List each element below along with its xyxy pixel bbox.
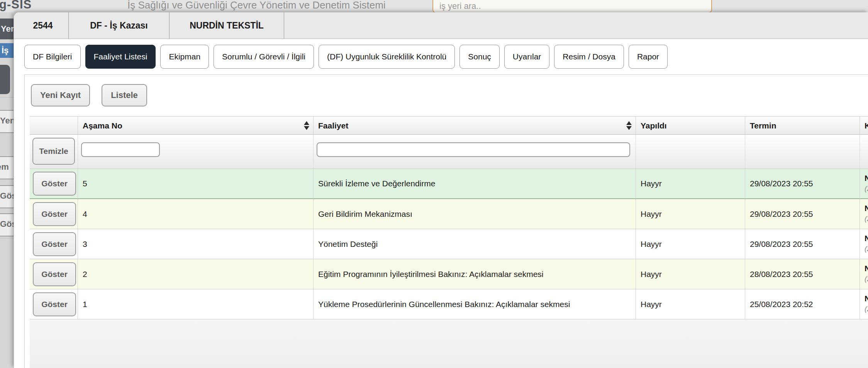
record-header: 2544 DF - İş Kazası NURDİN TEKSTİL <box>14 12 868 39</box>
kaynak-cell: NU (2 <box>860 229 868 259</box>
row-actions-cell: Göster <box>30 199 78 229</box>
sort-icon[interactable] <box>626 121 632 130</box>
tab[interactable]: Sonuç <box>459 45 500 69</box>
yapildi-cell: Hayyr <box>636 199 745 229</box>
filter-yapildi-cell <box>636 135 745 169</box>
main-panel: 2544 DF - İş Kazası NURDİN TEKSTİL DF Bi… <box>14 12 868 368</box>
header-yapildi: Yapıldı <box>636 116 745 135</box>
asama-no-cell: 3 <box>78 229 314 259</box>
app-logo: g-SIS <box>0 0 32 12</box>
termin-cell: 29/08/2023 20:55 <box>745 199 860 229</box>
record-type: DF - İş Kazası <box>68 12 169 39</box>
background-sidebar: Yer İş Yen em Gös Gös <box>0 12 13 368</box>
record-id: 2544 <box>18 12 68 39</box>
activity-table: Aşama No Faaliyet Yapıldı Termin K Temiz… <box>30 116 868 320</box>
workplace-search-input[interactable] <box>432 0 712 13</box>
show-button[interactable]: Göster <box>33 262 76 286</box>
termin-cell: 29/08/2023 20:55 <box>745 169 860 199</box>
kaynak-cell: NU (2 <box>860 259 868 289</box>
yapildi-cell: Hayyr <box>636 169 745 199</box>
yapildi-cell: Hayyr <box>636 259 745 289</box>
termin-cell: 29/08/2023 20:55 <box>745 229 860 259</box>
row-actions-cell: Göster <box>30 259 78 289</box>
termin-cell: 28/08/2023 20:55 <box>745 259 860 289</box>
faaliyet-cell: Eğitim Programının İyileştirilmesi Bakın… <box>314 259 636 289</box>
header-faaliyet[interactable]: Faaliyet <box>314 116 636 135</box>
faaliyet-filter-input[interactable] <box>317 142 630 157</box>
row-actions-cell: Göster <box>30 169 78 199</box>
list-button[interactable]: Listele <box>102 84 147 106</box>
tab[interactable]: Uyarılar <box>504 45 550 69</box>
tab[interactable]: (DF) Uygunluk Süreklilik Kontrolü <box>319 45 455 69</box>
termin-cell: 25/08/2023 20:52 <box>745 289 860 319</box>
record-company: NURDİN TEKSTİL <box>169 12 284 39</box>
new-record-button[interactable]: Yeni Kayıt <box>31 84 90 106</box>
asama-no-filter-input[interactable] <box>81 142 160 157</box>
content-footer-area <box>30 319 868 368</box>
asama-no-cell: 1 <box>78 289 314 319</box>
tab-content: Yeni Kayıt Listele Aşama No Faaliyet Yap… <box>24 74 868 368</box>
show-button[interactable]: Göster <box>33 232 76 256</box>
sort-icon[interactable] <box>304 121 309 130</box>
row-actions-cell: Göster <box>30 289 78 319</box>
tab[interactable]: Rapor <box>629 45 668 69</box>
tab[interactable]: Faaliyet Listesi <box>85 45 156 69</box>
asama-no-cell: 5 <box>78 169 314 199</box>
show-button[interactable]: Göster <box>33 202 76 226</box>
yapildi-cell: Hayyr <box>636 229 745 259</box>
kaynak-cell: NU (2 <box>860 199 868 229</box>
asama-no-cell: 4 <box>78 199 314 229</box>
tab[interactable]: DF Bilgileri <box>24 45 81 69</box>
row-actions-cell: Göster <box>30 229 78 259</box>
tab[interactable]: Sorumlu / Görevli / İlgili <box>214 45 314 69</box>
kaynak-cell: NU (2 <box>860 169 868 199</box>
header-k: K <box>860 116 868 135</box>
filter-faaliyet-cell <box>314 135 636 169</box>
filter-k-cell <box>860 135 868 169</box>
yapildi-cell: Hayyr <box>636 289 745 319</box>
background-fragment: İş <box>0 43 15 58</box>
header-asama-no[interactable]: Aşama No <box>78 116 314 135</box>
asama-no-cell: 2 <box>78 259 314 289</box>
app-title: İş Sağlığı ve Güvenliği Çevre Yönetim ve… <box>127 0 386 11</box>
header-termin: Termin <box>745 116 860 135</box>
faaliyet-cell: Yönetim Desteği <box>314 229 636 259</box>
faaliyet-cell: Yükleme Prosedürlerinin Güncellenmesi Ba… <box>314 289 636 319</box>
top-bar: g-SIS İş Sağlığı ve Güvenliği Çevre Yöne… <box>0 0 868 12</box>
background-fragment: Yer <box>0 19 14 39</box>
show-button[interactable]: Göster <box>33 172 76 196</box>
faaliyet-cell: Geri Bildirim Mekanizması <box>314 199 636 229</box>
tab[interactable]: Ekipman <box>160 45 209 69</box>
kaynak-cell: NU (2 <box>860 289 868 319</box>
show-button[interactable]: Göster <box>33 292 76 316</box>
filter-asama-cell <box>78 135 314 169</box>
faaliyet-cell: Sürekli İzleme ve Değerlendirme <box>314 169 636 199</box>
screen: g-SIS İş Sağlığı ve Güvenliği Çevre Yöne… <box>0 0 868 368</box>
filter-termin-cell <box>745 135 860 169</box>
background-fragment <box>0 65 10 94</box>
tab-bar: DF Bilgileri Faaliyet Listesi Ekipman So… <box>24 45 668 69</box>
toolbar: Yeni Kayıt Listele <box>31 84 147 106</box>
header-actions <box>30 116 78 135</box>
filter-actions-cell: Temizle <box>30 135 78 169</box>
tab[interactable]: Resim / Dosya <box>554 45 624 69</box>
clear-filters-button[interactable]: Temizle <box>32 138 75 165</box>
